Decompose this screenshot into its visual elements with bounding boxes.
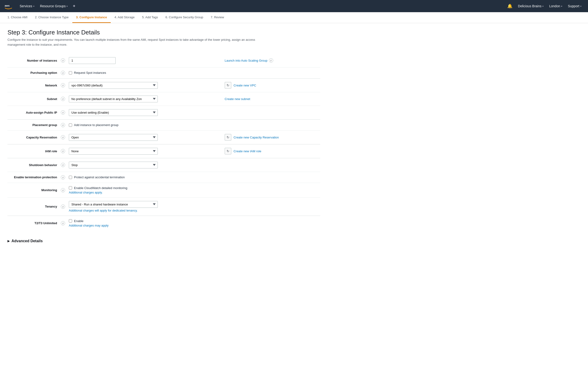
network-info-icon[interactable]: i	[61, 83, 65, 87]
advanced-details-toggle[interactable]: ▶ Advanced Details	[7, 236, 320, 246]
number-of-instances-row: Number of instances i Launch into Auto S…	[7, 54, 320, 68]
iam-role-info-icon[interactable]: i	[61, 149, 65, 153]
termination-protection-value-cell: Protect against accidental termination	[67, 172, 223, 183]
iam-role-label: IAM role	[7, 144, 59, 158]
step-3[interactable]: 3. Configure Instance	[72, 12, 111, 23]
purchasing-option-info-icon[interactable]: i	[61, 71, 65, 75]
capacity-reservation-label: Capacity Reservation	[7, 131, 59, 144]
auto-assign-ip-select[interactable]: Use subnet setting (Enable)	[69, 109, 158, 116]
support-menu[interactable]: Support ▾	[565, 0, 584, 12]
purchasing-option-value-cell: Request Spot instances	[67, 67, 223, 78]
create-iam-group: ↻ Create new IAM role	[225, 148, 318, 154]
capacity-refresh-icon[interactable]: ↻	[225, 134, 231, 140]
termination-protection-info-icon[interactable]: i	[61, 175, 65, 180]
tenancy-row: Tenancy i Shared - Run a shared hardware…	[7, 198, 320, 216]
capacity-reservation-select[interactable]: Open	[69, 134, 158, 141]
placement-group-label: Placement group	[7, 119, 59, 131]
navbar-right: 🔔 Delicious Brains ▾ London ▾ Support ▾	[504, 0, 584, 12]
network-row: Network i vpc-0967c560 (default) ↻ Creat…	[7, 78, 320, 92]
step-4[interactable]: 4. Add Storage	[111, 12, 138, 23]
monitoring-label: Monitoring	[7, 183, 59, 198]
advanced-details-label: Advanced Details	[11, 239, 42, 243]
services-menu[interactable]: Services ▾	[17, 0, 37, 12]
network-select[interactable]: vpc-0967c560 (default)	[69, 82, 158, 89]
number-of-instances-input[interactable]	[69, 57, 116, 64]
enable-cloudwatch-label[interactable]: Enable CloudWatch detailed monitoring	[69, 186, 221, 190]
create-vpc-link[interactable]: Create new VPC	[234, 84, 256, 87]
enable-cloudwatch-checkbox[interactable]	[69, 186, 72, 189]
step-2[interactable]: 2. Choose Instance Type	[31, 12, 72, 23]
step-7[interactable]: 7. Review	[207, 12, 228, 23]
launch-scaling-info-icon[interactable]: i	[269, 58, 273, 63]
iam-role-select[interactable]: None	[69, 148, 158, 155]
shutdown-behavior-label: Shutdown behavior	[7, 158, 59, 172]
steps-bar: 1. Choose AMI 2. Choose Instance Type 3.…	[0, 12, 588, 23]
tenancy-select[interactable]: Shared - Run a shared hardware instance	[69, 201, 158, 208]
network-refresh-icon[interactable]: ↻	[225, 82, 231, 89]
launch-scaling-group: Launch into Auto Scaling Group i	[225, 58, 318, 63]
region-menu[interactable]: London ▾	[546, 0, 565, 12]
step-5[interactable]: 5. Add Tags	[138, 12, 162, 23]
step-1[interactable]: 1. Choose AMI	[4, 12, 31, 23]
user-menu[interactable]: Delicious Brains ▾	[515, 0, 546, 12]
t2t3-enable-label[interactable]: Enable	[69, 219, 221, 223]
protect-termination-checkbox[interactable]	[69, 176, 72, 179]
tenancy-info-icon[interactable]: i	[61, 205, 65, 209]
purchasing-option-row: Purchasing option i Request Spot instanc…	[7, 67, 320, 78]
placement-group-info-icon[interactable]: i	[61, 123, 65, 127]
subnet-select[interactable]: No preference (default subnet in any Ava…	[69, 96, 158, 102]
subnet-info-icon[interactable]: i	[61, 97, 65, 101]
protect-termination-label[interactable]: Protect against accidental termination	[69, 176, 221, 179]
create-capacity-link[interactable]: Create new Capacity Reservation	[234, 136, 279, 139]
add-placement-checkbox[interactable]	[69, 123, 72, 127]
iam-refresh-icon[interactable]: ↻	[225, 148, 231, 154]
monitoring-info-icon[interactable]: i	[61, 188, 65, 192]
capacity-reservation-value-cell: Open	[67, 131, 223, 144]
shutdown-behavior-info-icon[interactable]: i	[61, 163, 65, 167]
network-value-cell: vpc-0967c560 (default)	[67, 78, 223, 92]
config-form-table: Number of instances i Launch into Auto S…	[7, 54, 320, 230]
subnet-value-cell: No preference (default subnet in any Ava…	[67, 92, 223, 106]
t2t3-enable-checkbox[interactable]	[69, 219, 72, 223]
services-caret-icon: ▾	[33, 5, 34, 7]
create-iam-cell: ↻ Create new IAM role	[223, 144, 320, 158]
purchasing-option-label: Purchasing option	[7, 67, 59, 78]
tenancy-additional-link[interactable]: Additional charges will apply for dedica…	[69, 209, 221, 212]
create-capacity-cell: ↻ Create new Capacity Reservation	[223, 131, 320, 144]
t2t3-additional-link[interactable]: Additional charges may apply	[69, 224, 221, 227]
page-description: Configure the instance to suit your requ…	[7, 38, 265, 47]
create-iam-link[interactable]: Create new IAM role	[234, 149, 261, 153]
region-caret-icon: ▾	[561, 5, 562, 7]
tenancy-value-cell: Shared - Run a shared hardware instance …	[67, 198, 223, 216]
create-vpc-cell: ↻ Create new VPC	[223, 78, 320, 92]
user-caret-icon: ▾	[542, 5, 544, 7]
monitoring-additional-link[interactable]: Additional charges apply.	[69, 191, 221, 194]
capacity-reservation-info-icon[interactable]: i	[61, 135, 65, 139]
create-subnet-link[interactable]: Create new subnet	[225, 97, 250, 101]
shutdown-behavior-select[interactable]: Stop	[69, 162, 158, 168]
advanced-details-caret-icon: ▶	[7, 239, 10, 243]
request-spot-label[interactable]: Request Spot instances	[69, 71, 221, 74]
request-spot-checkbox[interactable]	[69, 71, 72, 74]
auto-assign-ip-info-icon[interactable]: i	[61, 110, 65, 114]
create-capacity-group: ↻ Create new Capacity Reservation	[225, 134, 318, 140]
tenancy-label: Tenancy	[7, 198, 59, 216]
shutdown-behavior-value-cell: Stop	[67, 158, 223, 172]
add-placement-label[interactable]: Add instance to placement group	[69, 123, 221, 127]
resource-groups-menu[interactable]: Resource Groups ▾	[37, 0, 71, 12]
t2t3-row: T2/T3 Unlimited i Enable Additional char…	[7, 216, 320, 230]
t2t3-value-cell: Enable Additional charges may apply	[67, 216, 223, 230]
placement-group-row: Placement group i Add instance to placem…	[7, 119, 320, 131]
aws-logo[interactable]: aws	[4, 1, 13, 11]
termination-protection-label: Enable termination protection	[7, 172, 59, 183]
number-of-instances-info-icon[interactable]: i	[61, 58, 65, 63]
number-of-instances-label: Number of instances	[7, 54, 59, 68]
t2t3-info-icon[interactable]: i	[61, 221, 65, 225]
termination-protection-row: Enable termination protection i Protect …	[7, 172, 320, 183]
pin-icon[interactable]: ✦	[70, 3, 78, 9]
launch-scaling-cell: Launch into Auto Scaling Group i	[223, 54, 320, 68]
number-of-instances-value-cell	[67, 54, 223, 68]
step-6[interactable]: 6. Configure Security Group	[162, 12, 207, 23]
bell-icon[interactable]: 🔔	[504, 3, 515, 9]
launch-scaling-link[interactable]: Launch into Auto Scaling Group	[225, 59, 268, 62]
